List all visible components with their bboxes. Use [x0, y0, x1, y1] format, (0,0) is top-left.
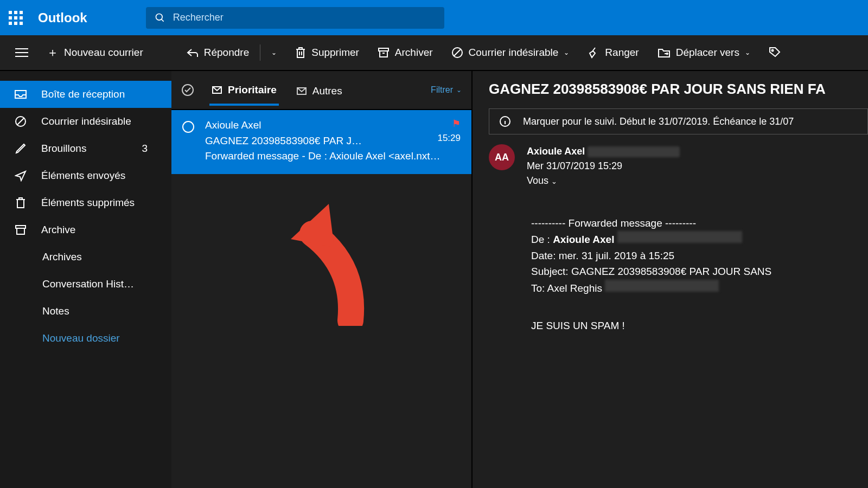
chevron-down-icon: ⌄ — [456, 86, 462, 94]
menu-toggle[interactable] — [8, 43, 36, 62]
plus-icon: ＋ — [47, 44, 59, 61]
folder-label: Courrier indésirable — [41, 115, 131, 127]
followup-text: Marquer pour le suivi. Début le 31/07/20… — [523, 116, 794, 127]
svg-rect-5 — [379, 48, 388, 51]
block-icon — [13, 115, 28, 127]
hamburger-icon — [15, 48, 28, 57]
search-box[interactable] — [146, 7, 444, 29]
sender-datetime: Mer 31/07/2019 15:29 — [527, 159, 680, 174]
fwd-to: To: Axel Reghis — [531, 282, 602, 294]
message-from: Axioule Axel — [205, 118, 461, 133]
recipients-toggle[interactable]: Vous ⌄ — [527, 174, 680, 188]
folder-label: Éléments supprimés — [41, 197, 135, 209]
folder-sidebar: Boîte de réception Courrier indésirable … — [0, 71, 171, 488]
junk-button[interactable]: Courrier indésirable ⌄ — [444, 42, 577, 63]
svg-point-0 — [156, 14, 162, 20]
sender-name: Axioule Axel — [527, 146, 585, 157]
folder-archives[interactable]: Archives — [0, 243, 171, 271]
annotation-arrow — [275, 201, 372, 326]
message-time: 15:29 — [437, 133, 461, 144]
fwd-subject: Subject: GAGNEZ 20398583908€ PAR JOUR SA… — [531, 264, 868, 279]
folder-archive[interactable]: Archive — [0, 216, 171, 243]
sweep-label: Ranger — [605, 47, 639, 59]
mail-icon — [296, 87, 307, 95]
search-icon — [155, 12, 165, 23]
new-mail-button[interactable]: ＋ Nouveau courrier — [39, 40, 151, 65]
message-item[interactable]: Axioule Axel GAGNEZ 20398583908€ PAR J… … — [171, 110, 471, 174]
pencil-icon — [13, 143, 28, 155]
redacted-email — [617, 231, 742, 243]
svg-line-1 — [161, 19, 163, 21]
folder-label: Notes — [42, 305, 69, 317]
folder-label: Archive — [41, 224, 75, 236]
chevron-down-icon: ⌄ — [564, 49, 569, 56]
redacted-email — [588, 146, 680, 157]
folder-label: Archives — [42, 251, 82, 263]
archive-icon — [13, 224, 28, 235]
svg-line-10 — [17, 118, 24, 125]
chevron-down-icon: ⌄ — [745, 49, 750, 56]
message-subject: GAGNEZ 20398583908€ PAR J… — [205, 133, 461, 149]
message-preview: Forwarded message - De : Axioule Axel <a… — [205, 149, 461, 164]
svg-line-7 — [454, 49, 461, 56]
tab-label: Autres — [312, 85, 342, 97]
folder-sent[interactable]: Éléments envoyés — [0, 162, 171, 189]
fwd-separator: ---------- Forwarded message --------- — [531, 215, 868, 231]
list-header: Prioritaire Autres Filtrer ⌄ — [171, 71, 471, 110]
select-all-icon[interactable] — [181, 84, 194, 97]
select-circle[interactable] — [182, 121, 194, 133]
folder-conversation-history[interactable]: Conversation Hist… — [0, 271, 171, 298]
chevron-down-icon: ⌄ — [271, 49, 277, 56]
block-icon — [451, 47, 463, 59]
folder-drafts[interactable]: Brouillons 3 — [0, 135, 171, 162]
main-area: Boîte de réception Courrier indésirable … — [0, 71, 868, 488]
new-mail-label: Nouveau courrier — [64, 47, 143, 59]
followup-banner: Marquer pour le suivi. Début le 31/07/20… — [489, 108, 868, 134]
folder-label: Boîte de réception — [41, 88, 125, 100]
move-label: Déplacer vers — [676, 47, 739, 59]
fwd-date: Date: mer. 31 juil. 2019 à 15:25 — [531, 248, 868, 264]
delete-button[interactable]: Supprimer — [288, 42, 367, 63]
filter-button[interactable]: Filtrer ⌄ — [431, 85, 462, 95]
folder-notes[interactable]: Notes — [0, 298, 171, 325]
reading-subject: GAGNEZ 20398583908€ PAR JOUR SANS RIEN F… — [489, 81, 868, 98]
svg-rect-11 — [16, 226, 25, 228]
reply-dropdown[interactable]: ⌄ — [264, 44, 284, 61]
archive-label: Archiver — [395, 47, 433, 59]
folder-deleted[interactable]: Éléments supprimés — [0, 189, 171, 216]
reply-button[interactable]: Répondre — [179, 42, 257, 63]
archive-button[interactable]: Archiver — [370, 42, 441, 63]
app-brand: Outlook — [38, 10, 87, 25]
app-header: Outlook — [0, 0, 868, 35]
info-icon — [499, 115, 511, 127]
tab-focused[interactable]: Prioritaire — [209, 74, 279, 106]
broom-icon — [588, 47, 599, 59]
reading-pane: GAGNEZ 20398583908€ PAR JOUR SANS RIEN F… — [473, 71, 868, 488]
folder-label: Brouillons — [41, 143, 86, 155]
tag-icon — [769, 47, 781, 59]
tab-label: Prioritaire — [228, 84, 277, 96]
archive-icon — [378, 47, 390, 58]
fwd-from-name: Axioule Axel — [553, 234, 614, 245]
categorize-button[interactable] — [761, 42, 788, 63]
sweep-button[interactable]: Ranger — [580, 42, 646, 63]
flag-icon[interactable]: ⚑ — [437, 118, 461, 130]
folder-junk[interactable]: Courrier indésirable — [0, 108, 171, 135]
app-launcher-icon[interactable] — [9, 11, 23, 25]
folder-label: Éléments envoyés — [41, 170, 125, 182]
new-folder-button[interactable]: Nouveau dossier — [0, 325, 171, 352]
search-input[interactable] — [173, 12, 436, 23]
new-folder-label: Nouveau dossier — [42, 332, 120, 344]
sender-block: AA Axioule Axel Mer 31/07/2019 15:29 Vou… — [489, 144, 868, 188]
tab-other[interactable]: Autres — [294, 75, 344, 105]
trash-icon — [295, 47, 306, 59]
fwd-from-label: De : — [531, 234, 553, 245]
divider — [260, 44, 260, 61]
move-button[interactable]: Déplacer vers ⌄ — [650, 42, 758, 63]
chevron-double-icon: ⌄ — [551, 177, 557, 185]
folder-inbox[interactable]: Boîte de réception — [0, 81, 171, 108]
filter-label: Filtrer — [431, 85, 453, 95]
junk-label: Courrier indésirable — [469, 47, 559, 59]
svg-marker-14 — [291, 204, 334, 247]
send-icon — [13, 170, 28, 182]
